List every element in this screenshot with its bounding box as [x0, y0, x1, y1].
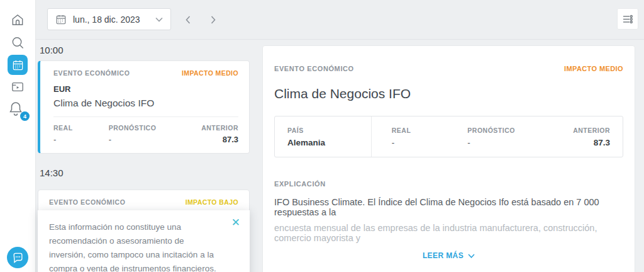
table-cell-forecast: PRONÓSTICO - — [461, 116, 547, 157]
explanation-text: IFO Business Climate. El Índice del Clim… — [274, 197, 623, 217]
prev-day-button[interactable] — [182, 13, 194, 26]
notifications-bell-icon[interactable]: 4 — [8, 101, 27, 120]
calendar-icon — [55, 14, 67, 25]
stat-forecast: PRONÓSTICO - — [109, 124, 183, 144]
sidebar: 4 — [0, 0, 36, 272]
time-group-label: 14:30 — [40, 167, 64, 178]
filter-icon — [623, 14, 633, 24]
stat-previous: ANTERIOR 87.3 — [183, 124, 238, 144]
detail-kicker: EVENTO ECONÓMICO — [274, 65, 354, 72]
event-currency: EUR — [53, 84, 238, 94]
calendar-tab-active[interactable] — [8, 55, 28, 75]
filter-button[interactable] — [617, 8, 638, 30]
table-cell-real: REAL - — [372, 116, 462, 157]
read-more-button[interactable]: LEER MÁS — [274, 251, 623, 260]
chevron-right-icon — [211, 16, 216, 24]
time-group-label: 10:00 — [40, 45, 64, 55]
chevron-down-icon — [468, 254, 475, 258]
disclaimer-text: Esta información no constituye una recom… — [49, 220, 222, 272]
home-icon[interactable] — [11, 13, 25, 27]
video-icon[interactable] — [11, 81, 25, 93]
impact-badge: IMPACTO MEDIO — [182, 69, 238, 77]
event-card-selected[interactable]: EVENTO ECONÓMICO IMPACTO MEDIO EUR Clima… — [38, 60, 250, 154]
explanation-label: EXPLICACIÓN — [274, 180, 623, 188]
explanation-text-faded: encuesta mensual de las empresas de la i… — [274, 223, 623, 243]
detail-title: Clima de Negocios IFO — [274, 86, 623, 101]
search-icon[interactable] — [11, 35, 25, 50]
table-cell-previous: ANTERIOR 87.3 — [547, 116, 623, 157]
date-picker-button[interactable]: lun., 18 dic. 2023 — [47, 8, 171, 30]
notification-badge: 4 — [20, 111, 30, 121]
close-icon[interactable]: ✕ — [231, 217, 240, 228]
event-detail-panel: EVENTO ECONÓMICO IMPACTO MEDIO Clima de … — [262, 45, 635, 272]
event-kicker: EVENTO ECONÓMICO — [49, 198, 125, 206]
table-cell-country: PAÍS Alemania — [275, 116, 372, 157]
chat-icon[interactable] — [7, 247, 28, 268]
divider — [53, 116, 238, 117]
impact-badge: IMPACTO BAJO — [186, 198, 238, 206]
detail-stats-table: PAÍS Alemania REAL - PRONÓSTICO - ANTERI… — [274, 116, 623, 157]
disclaimer-popup: Esta información no constituye una recom… — [38, 210, 250, 272]
event-list: 10:00 EVENTO ECONÓMICO IMPACTO MEDIO EUR… — [35, 39, 262, 272]
topbar: lun., 18 dic. 2023 — [36, 0, 644, 40]
chevron-down-icon — [155, 17, 163, 22]
selected-date: lun., 18 dic. 2023 — [73, 14, 140, 25]
stat-real: REAL - — [53, 124, 109, 144]
chevron-left-icon — [186, 16, 191, 24]
detail-impact-badge: IMPACTO MEDIO — [564, 65, 623, 72]
next-day-button[interactable] — [207, 13, 219, 26]
event-kicker: EVENTO ECONÓMICO — [53, 69, 130, 77]
event-title: Clima de Negocios IFO — [53, 98, 238, 109]
